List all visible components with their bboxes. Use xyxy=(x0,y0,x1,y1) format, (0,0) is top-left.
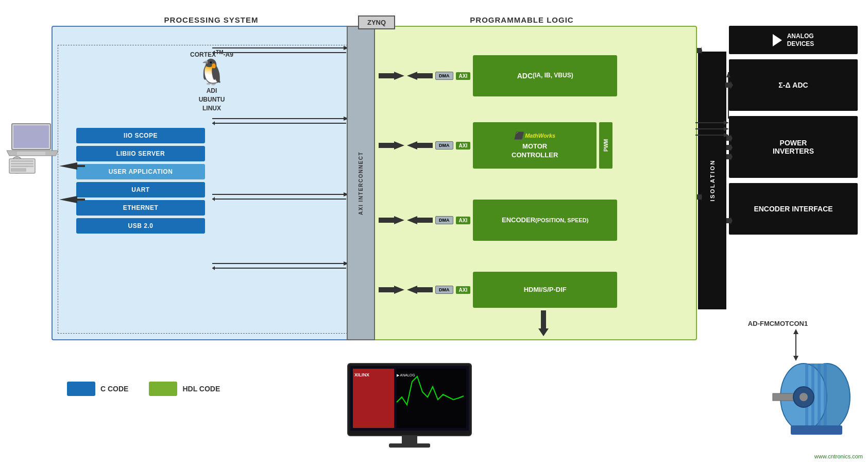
usb-arrow xyxy=(59,196,85,206)
ad-triangle-logo xyxy=(773,34,782,46)
motor-row: DMA AXI ⬛ MathWorks MOTORCONTROLLER PWM xyxy=(379,122,612,169)
svg-rect-9 xyxy=(11,166,33,167)
hdmi-down-arrow xyxy=(538,310,549,338)
svg-marker-74 xyxy=(726,153,733,161)
monitor-icon: XILINX ▶ ANALOG xyxy=(345,361,474,449)
usb-btn[interactable]: USB 2.0 xyxy=(76,218,205,234)
svg-marker-71 xyxy=(726,81,733,89)
programmable-logic-box: PROGRAMMABLE LOGIC DMA AXI ADC(IA, IB, V… xyxy=(347,26,697,340)
axi-interconnect-bar: AXI INTERCONNECT xyxy=(347,26,375,340)
hdl-code-color-box xyxy=(149,382,177,396)
motor-block: ⬛ MathWorks MOTORCONTROLLER xyxy=(473,122,597,169)
pwm-label: PWM xyxy=(599,122,612,169)
svg-marker-70 xyxy=(697,193,702,201)
svg-marker-11 xyxy=(59,162,85,170)
watermark: www.cntronics.com xyxy=(814,453,863,459)
adc-dma-label: DMA xyxy=(435,72,453,80)
processing-system-box: PROCESSING SYSTEM CORTEXTM-A9 🐧 ADIUBUNT… xyxy=(52,26,371,340)
ethernet-btn[interactable]: ETHERNET xyxy=(76,200,205,216)
sigma-delta-label: Σ-Δ ADC xyxy=(778,81,808,89)
ps-axi-motor-svg xyxy=(212,116,351,126)
analog-devices-header: ANALOGDEVICES xyxy=(729,26,858,54)
svg-marker-23 xyxy=(724,121,729,125)
ad-fmc-label: AD-FMCMOTCON1 xyxy=(698,320,858,327)
svg-marker-21 xyxy=(538,310,549,336)
computer-icon xyxy=(4,119,61,183)
axi-interconnect-label: AXI INTERCONNECT xyxy=(358,152,364,215)
motor-up-arrow xyxy=(791,324,801,336)
adc-to-isolation-arrow xyxy=(697,45,702,58)
cortex-inner-box: CORTEXTM-A9 🐧 ADIUBUNTULINUX IIO SCOPE L… xyxy=(58,45,366,334)
ps-axi-hdmi-svg xyxy=(212,261,351,271)
ps-to-axi-motor-arrow xyxy=(212,116,351,128)
svg-marker-69 xyxy=(697,46,702,55)
motor-arrow-right xyxy=(407,140,433,151)
hdmi-arrow-left xyxy=(379,285,404,295)
c-code-color-box xyxy=(67,382,95,396)
svg-marker-33 xyxy=(793,329,798,334)
adc-block: ADC(IA, IB, VBUS) xyxy=(473,55,617,96)
ps-axi-adc-svg xyxy=(212,45,351,56)
adc-iso-arrow-svg xyxy=(725,72,731,119)
encoder-arrow-right xyxy=(407,215,433,225)
isolation-box: ISOLATION xyxy=(698,52,726,309)
svg-marker-60 xyxy=(212,121,215,125)
enc-iso-right xyxy=(697,192,702,202)
penguin-icon: 🐧 xyxy=(160,60,263,85)
svg-rect-47 xyxy=(353,369,394,428)
svg-marker-16 xyxy=(407,141,433,150)
encoder-axi-label: AXI xyxy=(456,217,471,224)
iio-scope-btn[interactable]: IIO SCOPE xyxy=(76,128,205,143)
svg-marker-17 xyxy=(379,216,404,224)
c-code-label: C CODE xyxy=(100,385,128,393)
svg-marker-75 xyxy=(726,217,733,225)
svg-rect-8 xyxy=(11,163,33,164)
iso-power-arrows xyxy=(726,134,733,164)
adc-arrow-right xyxy=(407,71,433,81)
svg-marker-68 xyxy=(212,266,215,270)
svg-rect-50 xyxy=(389,443,430,448)
buttons-area: IIO SCOPE LIBIIO SERVER USER APPLICATION… xyxy=(66,125,215,236)
svg-text:▶ ANALOG: ▶ ANALOG xyxy=(397,373,415,377)
uart-btn[interactable]: UART xyxy=(76,182,205,197)
svg-text:XILINX: XILINX xyxy=(354,372,369,377)
svg-rect-49 xyxy=(402,436,417,443)
user-application-btn[interactable]: USER APPLICATION xyxy=(76,164,205,179)
power-inverters-label: POWERINVERTERS xyxy=(773,139,814,155)
c-code-legend: C CODE xyxy=(67,382,128,396)
svg-rect-40 xyxy=(824,364,827,431)
svg-rect-42 xyxy=(791,425,842,435)
encoder-block: ENCODER(POSITION, SPEED) xyxy=(473,200,617,241)
monitor-svg: XILINX ▶ ANALOG xyxy=(345,361,474,449)
right-panel: ANALOGDEVICES Σ-Δ ADC POWERINVERTERS ENC… xyxy=(729,26,858,235)
computer-svg xyxy=(4,119,61,175)
motor-dma-label: DMA xyxy=(435,141,453,150)
svg-point-44 xyxy=(799,393,808,401)
ps-to-axi-encoder-arrow xyxy=(212,192,351,204)
svg-rect-7 xyxy=(11,160,33,162)
svg-marker-29 xyxy=(726,72,730,77)
power-inverters-box: POWERINVERTERS xyxy=(729,116,858,178)
iso-power-svg xyxy=(726,134,733,162)
hdmi-axi-label: AXI xyxy=(456,286,471,294)
legend-area: C CODE HDL CODE xyxy=(67,382,220,396)
hdl-code-legend: HDL CODE xyxy=(149,382,220,396)
motor-up-svg xyxy=(791,324,801,334)
encoder-to-isolation-arrow xyxy=(697,192,702,204)
libiio-server-btn[interactable]: LIBIIO SERVER xyxy=(76,146,205,161)
svg-marker-13 xyxy=(379,72,404,80)
svg-rect-48 xyxy=(397,369,466,428)
iso-encoder-arrow xyxy=(726,216,733,228)
pwm-arrows-svg xyxy=(695,118,729,143)
svg-rect-10 xyxy=(11,168,26,172)
encoder-row: DMA AXI ENCODER(POSITION, SPEED) xyxy=(379,200,617,241)
hdmi-arrow-right xyxy=(407,285,433,295)
hdl-code-label: HDL CODE xyxy=(182,385,220,393)
motor-icon xyxy=(760,358,853,441)
analog-devices-text: ANALOGDEVICES xyxy=(787,32,814,47)
uart-arrow xyxy=(59,162,85,172)
hdmi-row: DMA AXI HDMI/S/P-DIF xyxy=(379,272,617,308)
motor-svg xyxy=(760,358,853,436)
svg-marker-73 xyxy=(726,143,733,152)
adc-arrow-left xyxy=(379,71,404,81)
